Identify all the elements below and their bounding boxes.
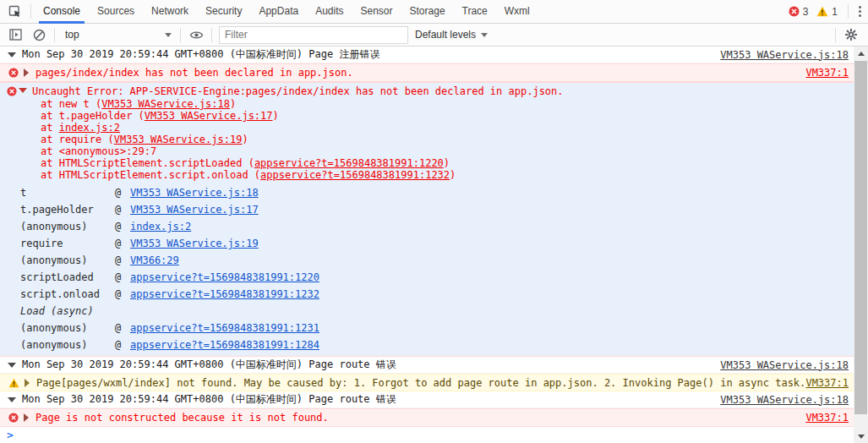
uncaught-error-message: Uncaught Error: APP-SERVICE-Engine:pages… [32, 85, 849, 98]
devtools-tabbar: Console Sources Network Security AppData… [0, 0, 868, 24]
source-link[interactable]: VM353 WAService.js:17 [145, 110, 273, 122]
group-timestamp: Mon Sep 30 2019 20:59:44 GMT+0800 (中国标准时… [22, 358, 720, 372]
scroll-down-button[interactable] [854, 429, 868, 443]
disclosure-triangle-icon[interactable] [8, 52, 16, 57]
source-link[interactable]: VM353 WAService.js:18 [101, 98, 230, 110]
tab-sensor[interactable]: Sensor [352, 0, 401, 24]
triangle-down-icon [858, 435, 865, 439]
uncaught-error-entry[interactable]: Uncaught Error: APP-SERVICE-Engine:pages… [0, 82, 854, 357]
console-status-badges[interactable]: 3 1 [789, 6, 843, 18]
disclosure-triangle-icon[interactable] [8, 363, 16, 368]
clear-console-icon[interactable] [27, 24, 51, 46]
chevron-down-icon [481, 33, 488, 37]
tab-security[interactable]: Security [197, 0, 250, 24]
expand-triangle-icon[interactable] [24, 413, 29, 422]
context-label: top [65, 29, 160, 41]
error-badge-icon [789, 6, 800, 17]
source-link[interactable]: appservice?t=1569848381991:1220 [130, 269, 319, 286]
divider [211, 28, 212, 42]
stack-frame: at <anonymous>:29:7 [41, 145, 849, 157]
inspect-element-icon[interactable] [3, 1, 27, 23]
log-levels-select[interactable]: Default levels [415, 25, 493, 44]
stack-table-row: Load (async) [7, 303, 849, 320]
source-link[interactable]: VM353 WAService.js:18 [130, 184, 259, 201]
source-link[interactable]: appservice?t=1569848381991:1284 [130, 336, 319, 353]
disclosure-triangle-icon[interactable] [8, 397, 16, 402]
source-link[interactable]: appservice?t=1569848381991:1232 [130, 286, 319, 303]
source-link[interactable]: VM353 WAService.js:18 [720, 49, 849, 61]
group-timestamp: Mon Sep 30 2019 20:59:44 GMT+0800 (中国标准时… [22, 392, 720, 407]
source-link[interactable]: VM366:29 [130, 252, 179, 269]
source-link[interactable]: VM353 WAService.js:17 [130, 201, 259, 218]
expand-triangle-icon[interactable] [25, 379, 30, 387]
console-sidebar-toggle-icon[interactable] [3, 24, 27, 46]
source-link[interactable]: VM353 WAService.js:19 [114, 134, 243, 145]
stack-table-row: scriptLoaded@appservice?t=1569848381991:… [7, 269, 849, 286]
tab-network[interactable]: Network [143, 0, 197, 24]
source-link[interactable]: index.js:2 [130, 218, 191, 235]
warning-message: Page[pages/wxml/index] not found. May be… [36, 377, 805, 389]
group-timestamp: Mon Sep 30 2019 20:59:44 GMT+0800 (中国标准时… [22, 47, 720, 62]
stack-table-row: require@VM353 WAService.js:19 [7, 235, 849, 252]
more-options-icon[interactable] [852, 6, 868, 17]
error-icon [8, 68, 19, 78]
console-prompt[interactable]: > [0, 427, 854, 442]
stack-frame: at index.js:2 [41, 122, 849, 134]
source-link[interactable]: appservice?t=1569848381991:1231 [130, 320, 319, 336]
source-link[interactable]: VM337:1 [805, 377, 849, 389]
expand-triangle-icon[interactable] [24, 68, 29, 77]
tab-appdata[interactable]: AppData [250, 0, 307, 24]
chevron-down-icon [165, 33, 172, 37]
scrollbar-thumb[interactable] [854, 61, 867, 414]
source-link[interactable]: appservice?t=1569848381991:1232 [260, 169, 450, 181]
divider [54, 28, 55, 42]
filter-input[interactable] [219, 26, 408, 44]
log-group-header[interactable]: Mon Sep 30 2019 20:59:44 GMT+0800 (中国标准时… [0, 46, 854, 63]
console-warning-row[interactable]: Page[pages/wxml/index] not found. May be… [0, 374, 854, 391]
stack-frame: at HTMLScriptElement.scriptLoaded (appse… [41, 157, 849, 169]
stack-table-row: (anonymous)@appservice?t=1569848381991:1… [7, 320, 849, 336]
source-link[interactable]: VM353 WAService.js:18 [720, 394, 849, 406]
error-icon [8, 413, 19, 423]
warning-badge-icon [816, 6, 828, 17]
stack-frame: at require (VM353 WAService.js:19) [41, 134, 849, 145]
tab-storage[interactable]: Storage [401, 0, 454, 24]
stack-table-row: (anonymous)@appservice?t=1569848381991:1… [7, 336, 849, 353]
console-toolbar: top Default levels [0, 24, 868, 46]
log-group-header[interactable]: Mon Sep 30 2019 20:59:44 GMT+0800 (中国标准时… [0, 391, 854, 408]
error-message: Page is not constructed because it is no… [35, 412, 805, 424]
stack-table-row: t.pageHolder@VM353 WAService.js:17 [7, 201, 849, 218]
error-count: 3 [803, 6, 809, 18]
console-log-panel: Mon Sep 30 2019 20:59:44 GMT+0800 (中国标准时… [0, 46, 868, 443]
console-error-row[interactable]: pages/index/index has not been declared … [0, 63, 854, 82]
error-message: pages/index/index has not been declared … [35, 67, 805, 79]
source-link[interactable]: VM337:1 [805, 412, 849, 424]
settings-gear-icon[interactable] [839, 24, 863, 46]
divider [835, 28, 836, 42]
tab-trace[interactable]: Trace [454, 0, 496, 24]
divider [30, 4, 31, 19]
live-expression-eye-icon[interactable] [184, 24, 208, 46]
tab-audits[interactable]: Audits [307, 0, 352, 24]
source-link[interactable]: VM337:1 [805, 67, 849, 79]
source-link[interactable]: index.js:2 [59, 122, 120, 134]
source-link[interactable]: appservice?t=1569848381991:1220 [254, 157, 444, 169]
stack-frame: at t.pageHolder (VM353 WAService.js:17) [41, 110, 849, 122]
source-link[interactable]: VM353 WAService.js:19 [130, 235, 259, 252]
execution-context-select[interactable]: top [58, 25, 177, 44]
log-group-header[interactable]: Mon Sep 30 2019 20:59:44 GMT+0800 (中国标准时… [0, 357, 854, 374]
stack-table-row: (anonymous)@VM366:29 [7, 252, 849, 269]
tab-sources[interactable]: Sources [89, 0, 143, 24]
tab-console[interactable]: Console [35, 0, 89, 24]
vertical-scrollbar[interactable] [854, 46, 868, 443]
stack-trace: at new t (VM353 WAService.js:18) at t.pa… [7, 98, 849, 181]
warning-count: 1 [832, 6, 838, 18]
stack-frame: at new t (VM353 WAService.js:18) [41, 98, 849, 110]
stack-table-row: (anonymous)@index.js:2 [7, 218, 849, 235]
disclosure-triangle-icon[interactable] [19, 88, 27, 93]
tab-wxml[interactable]: Wxml [496, 0, 538, 24]
stack-frame: at HTMLScriptElement.script.onload (apps… [41, 169, 849, 181]
source-link[interactable]: VM353 WAService.js:18 [720, 359, 849, 371]
console-error-row[interactable]: Page is not constructed because it is no… [0, 408, 854, 427]
scroll-up-button[interactable] [854, 46, 868, 60]
